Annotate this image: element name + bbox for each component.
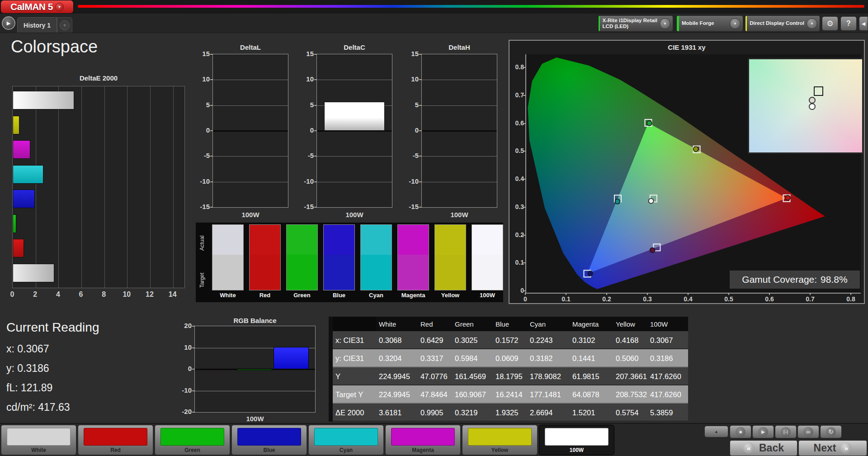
back-button[interactable]: « Back: [730, 440, 797, 456]
tick-mark: [523, 67, 525, 68]
pattern-bar: WhiteRedGreenBlueCyanMagentaYellow100W ▲…: [0, 423, 868, 456]
swatch-label: Magenta: [397, 290, 429, 299]
settings-button[interactable]: ⚙: [822, 16, 838, 31]
deltae-x-tick: 2: [28, 290, 42, 299]
refresh-icon: ↻: [826, 427, 836, 437]
pattern-tile-label: Cyan: [309, 447, 383, 453]
deltal-x-label: 100W: [212, 211, 288, 218]
rgb-bar-red: [200, 369, 236, 370]
display-control-dropdown[interactable]: Direct Display Control ▼: [745, 15, 820, 32]
table-cell: 0.5060: [613, 349, 647, 367]
stop-button[interactable]: ■: [730, 425, 751, 438]
cie-x-tick: 0.6: [762, 295, 777, 303]
tick-mark: [769, 293, 770, 295]
app-logo[interactable]: CalMAN 5 ▼: [1, 0, 73, 13]
chevron-down-icon: ▼: [807, 18, 817, 29]
pattern-tile-white[interactable]: White: [1, 425, 76, 455]
table-header-Yellow: Yellow: [613, 317, 647, 331]
swatch-target: [435, 255, 466, 290]
deltae-gridline: [104, 86, 105, 288]
tick-mark: [210, 181, 213, 182]
swatch-box: [286, 224, 318, 290]
collapse-toolbar-button[interactable]: ◀: [859, 16, 868, 31]
plus-icon: +: [60, 20, 70, 30]
collapse-panel-button[interactable]: ▲: [704, 426, 728, 437]
pattern-tile-label: White: [1, 447, 76, 453]
table-cell: 0.3102: [570, 331, 613, 349]
y-tick-label: 10: [403, 75, 419, 83]
inset-white-actual: [809, 103, 816, 110]
y-tick-label: 10: [194, 75, 210, 83]
tick-mark: [314, 54, 317, 55]
pattern-tile-yellow[interactable]: Yellow: [462, 425, 538, 455]
swatch-actual: [324, 225, 354, 255]
pattern-tile-cyan[interactable]: Cyan: [308, 425, 384, 455]
pattern-swatch: [545, 428, 609, 446]
cie-x-tick: 0.8: [843, 295, 859, 303]
current-reading-panel: Current Reading x: 0.3067y: 0.3186fL: 12…: [6, 320, 174, 421]
table-cell: 0.5984: [452, 349, 493, 367]
help-button[interactable]: ?: [840, 16, 857, 31]
deltae-bar-blue: [13, 190, 35, 208]
next-button[interactable]: Next »: [798, 440, 867, 456]
tick-mark: [419, 156, 422, 157]
table-cell: 47.8464: [418, 385, 452, 404]
table-cell: 0.6429: [418, 331, 452, 349]
y-tick-label: -20: [176, 408, 192, 415]
actual-label: Actual: [198, 224, 207, 261]
tick-mark: [419, 79, 422, 80]
chevron-down-icon: ▼: [660, 18, 670, 29]
pattern-tile-label: Yellow: [462, 447, 537, 453]
logo-dropdown-icon[interactable]: ▼: [55, 3, 64, 11]
source-dropdown[interactable]: Mobile Forge ▼: [676, 15, 743, 32]
continuous-read-button[interactable]: ∞: [797, 425, 819, 438]
loop-button[interactable]: ↻: [820, 425, 842, 438]
deltae-gridline: [36, 86, 36, 288]
gamut-coverage-value: 98.8%: [821, 274, 848, 285]
pattern-tile-magenta[interactable]: Magenta: [385, 425, 461, 455]
table-header-100W: 100W: [647, 317, 688, 331]
tick-mark: [192, 412, 195, 413]
deltae-x-tick: 12: [143, 290, 156, 299]
deltae-bar-green: [13, 214, 16, 233]
table-cell: 161.4569: [452, 367, 493, 385]
table-cell: 417.6260: [647, 385, 688, 404]
pattern-swatch: [391, 428, 455, 446]
pattern-tile-green[interactable]: Green: [155, 425, 230, 455]
pattern-tile-red[interactable]: Red: [78, 425, 153, 455]
table-cell: 417.6260: [647, 367, 688, 385]
target-label: Target: [198, 261, 207, 299]
play-button[interactable]: ▶: [752, 425, 774, 438]
deltae-bar-yellow: [13, 116, 19, 134]
pattern-tile-100w[interactable]: 100W: [539, 425, 614, 455]
table-cell: 224.9945: [376, 385, 418, 404]
deltae-gridline: [150, 86, 151, 288]
tab-history[interactable]: History 1: [17, 17, 57, 33]
y-tick-label: 15: [403, 50, 419, 57]
swatch-actual: [212, 225, 243, 255]
workflow-nav-button[interactable]: ▶: [2, 16, 15, 30]
table-cell: 0.1441: [570, 349, 613, 367]
meter-dropdown[interactable]: X-Rite i1Display RetailLCD (LED) ▼: [598, 15, 673, 32]
swatch-target: [324, 255, 354, 290]
series-read-button[interactable]: [–]: [775, 425, 797, 438]
cie-y-tick: 0.5: [511, 147, 524, 154]
grid-line: [317, 182, 392, 182]
source-dropdown-label: Mobile Forge: [682, 20, 727, 26]
pattern-tile-blue[interactable]: Blue: [231, 425, 307, 455]
actual-target-swatch-panel: Actual Target WhiteRedGreenBlueCyanMagen…: [196, 223, 503, 302]
y-tick-label: -15: [194, 203, 210, 210]
tick-mark: [210, 207, 213, 208]
tick-mark: [419, 130, 422, 131]
pattern-swatch: [160, 428, 224, 446]
cie-actual-green: [647, 121, 652, 126]
deltae-gridline: [127, 86, 127, 288]
add-tab-button[interactable]: +: [57, 17, 72, 33]
y-tick-label: 5: [403, 101, 419, 109]
grid-line: [422, 105, 497, 106]
cie-x-tick: 0.3: [640, 295, 655, 303]
deltac-x-label: 100W: [316, 211, 392, 218]
y-tick-label: 5: [298, 101, 314, 109]
tick-mark: [210, 54, 213, 55]
tick-mark: [192, 326, 195, 327]
